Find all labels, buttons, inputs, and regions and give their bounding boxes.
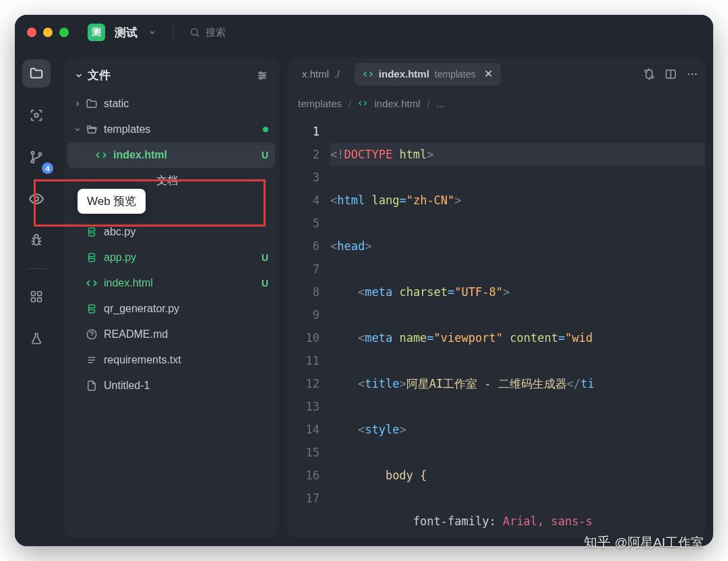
folder-icon xyxy=(29,66,44,81)
project-name[interactable]: 测试 xyxy=(115,25,138,40)
tree-file-qr-generator[interactable]: qr_generator.py xyxy=(67,296,275,322)
git-compare-icon[interactable] xyxy=(643,68,655,80)
tab-label: x.html xyxy=(302,68,329,80)
text-file-icon xyxy=(84,354,100,366)
zhihu-logo-text: 知乎 xyxy=(584,533,611,552)
python-file-icon xyxy=(84,303,100,315)
apps-grid-icon xyxy=(30,290,43,303)
tree-item-label: abc.py xyxy=(104,226,268,238)
svg-rect-10 xyxy=(32,298,36,302)
tree-folder-static[interactable]: static xyxy=(67,91,275,117)
code-file-icon xyxy=(363,69,373,80)
git-branch-icon xyxy=(29,150,44,165)
activity-preview[interactable] xyxy=(22,185,51,213)
python-file-icon xyxy=(84,226,100,238)
file-icon xyxy=(84,380,100,392)
close-window-button[interactable] xyxy=(27,28,36,37)
tree-file-index-html[interactable]: index.html U xyxy=(67,142,275,168)
folder-open-icon xyxy=(84,123,100,136)
tree-item-label: index.html xyxy=(113,149,256,161)
chevron-down-icon xyxy=(71,125,84,134)
breadcrumb-seg[interactable]: index.html xyxy=(374,98,420,109)
svg-point-28 xyxy=(688,73,690,75)
tree-item-label: qr_generator.py xyxy=(104,303,268,315)
breadcrumb-seg[interactable]: ... xyxy=(437,98,446,109)
svg-point-2 xyxy=(34,113,38,117)
tab-path: ./ xyxy=(334,69,340,80)
tab-index-html[interactable]: index.html templates ✕ xyxy=(355,63,501,86)
source-control-badge: 4 xyxy=(42,163,53,174)
activity-search[interactable] xyxy=(22,101,51,129)
info-file-icon xyxy=(84,328,100,341)
gutter: 1234567891011121314151617 xyxy=(287,116,326,538)
code-file-icon xyxy=(358,98,367,108)
svg-point-17 xyxy=(260,77,262,79)
tree-file-abc-py[interactable]: abc.py xyxy=(67,219,275,245)
python-file-icon xyxy=(84,252,100,264)
tab-path: templates xyxy=(435,69,476,80)
file-tree: static templates index.html U xyxy=(65,90,279,398)
svg-rect-9 xyxy=(38,292,42,296)
watermark-text: @阿星AI工作室 xyxy=(615,534,704,552)
code-editor[interactable]: 1234567891011121314151617 <!DOCTYPE html… xyxy=(287,116,705,538)
watermark: 知乎 @阿星AI工作室 xyxy=(584,533,704,552)
side-panel-header: 文件 xyxy=(65,58,279,90)
activity-bar: 4 xyxy=(15,50,58,546)
search-icon xyxy=(189,27,200,38)
breadcrumb[interactable]: templates / index.html / ... xyxy=(287,90,705,116)
tree-item-label: Untitled-1 xyxy=(104,380,268,392)
tree-file-index-html-root[interactable]: index.html U xyxy=(67,270,275,296)
svg-point-16 xyxy=(263,74,265,76)
settings-filter-icon[interactable] xyxy=(256,69,268,82)
tooltip-web-preview: Web 预览 xyxy=(78,189,146,214)
tree-item-label: templates xyxy=(104,123,263,136)
source: <!DOCTYPE html> <html lang="zh-CN"> <hea… xyxy=(326,116,705,538)
side-panel: 文件 static templates xyxy=(65,58,279,538)
tab-x-html[interactable]: x.html ./ xyxy=(294,63,348,86)
activity-divider xyxy=(27,268,46,269)
minimize-window-button[interactable] xyxy=(43,28,53,37)
search-placeholder: 搜索 xyxy=(206,26,226,39)
tree-item-label: static xyxy=(104,98,268,110)
breadcrumb-seg[interactable]: templates xyxy=(298,98,342,109)
svg-point-24 xyxy=(645,69,647,71)
breadcrumb-sep-icon: / xyxy=(427,98,430,109)
tree-file-requirements[interactable]: requirements.txt xyxy=(67,347,275,373)
svg-line-1 xyxy=(197,34,199,36)
zoom-window-button[interactable] xyxy=(59,28,69,37)
chevron-down-icon[interactable] xyxy=(74,71,84,80)
traffic-lights xyxy=(27,28,69,37)
close-icon[interactable]: ✕ xyxy=(484,67,493,80)
breadcrumb-sep-icon: / xyxy=(348,98,351,109)
split-editor-icon[interactable] xyxy=(665,68,677,80)
chevron-down-icon[interactable] xyxy=(148,28,156,36)
activity-files[interactable] xyxy=(22,59,51,88)
svg-rect-7 xyxy=(34,237,38,245)
eye-icon xyxy=(28,191,44,207)
tree-file-untitled[interactable]: Untitled-1 xyxy=(67,373,275,398)
target-scan-icon xyxy=(29,108,44,123)
tree-file-readme[interactable]: README.md xyxy=(67,322,275,347)
search-box[interactable]: 搜索 xyxy=(189,26,226,39)
svg-point-15 xyxy=(260,71,262,73)
code-file-icon xyxy=(84,277,100,289)
flask-icon xyxy=(30,332,43,345)
svg-point-25 xyxy=(651,76,653,78)
activity-source-control[interactable]: 4 xyxy=(22,143,51,171)
activity-debug[interactable] xyxy=(22,227,51,255)
svg-point-29 xyxy=(692,73,694,75)
more-icon[interactable] xyxy=(686,68,698,80)
svg-point-5 xyxy=(38,152,41,155)
side-panel-title: 文件 xyxy=(88,67,111,83)
tree-file-app-py[interactable]: app.py U xyxy=(67,245,275,270)
activity-lab[interactable] xyxy=(22,324,51,353)
svg-point-3 xyxy=(31,152,34,154)
app-body: Web 预览 4 xyxy=(15,50,713,546)
svg-point-30 xyxy=(695,73,697,75)
activity-apps[interactable] xyxy=(22,283,51,311)
git-status-label: U xyxy=(256,252,268,263)
title-bar: 测 测试 搜索 xyxy=(15,15,713,50)
tree-folder-templates[interactable]: templates xyxy=(67,117,275,142)
chevron-right-icon xyxy=(71,100,84,108)
svg-point-6 xyxy=(34,197,38,201)
